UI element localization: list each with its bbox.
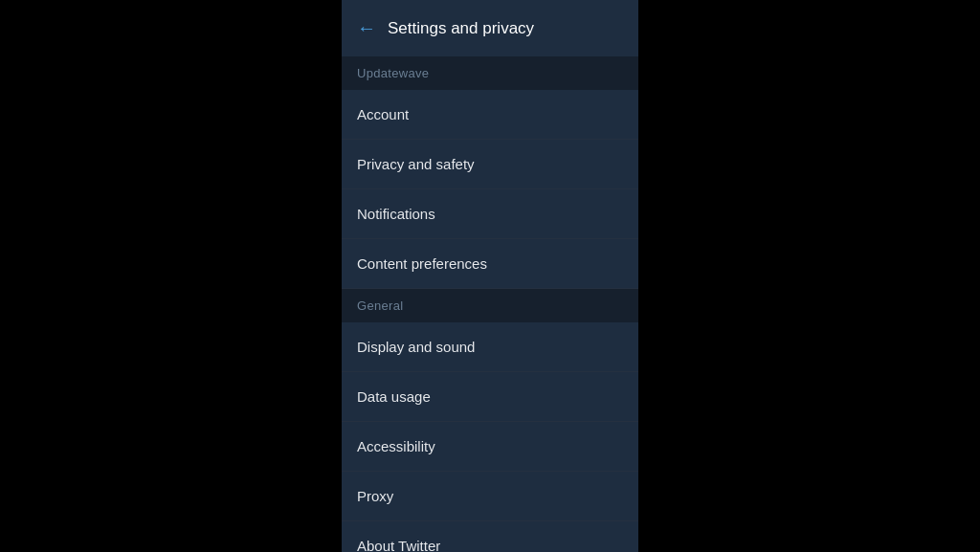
menu-item-privacy-safety-label: Privacy and safety: [357, 156, 475, 172]
menu-item-accessibility-label: Accessibility: [357, 438, 435, 454]
menu-item-content-preferences-label: Content preferences: [357, 255, 487, 272]
menu-item-content-preferences[interactable]: Content preferences: [342, 239, 638, 289]
menu-item-display-sound[interactable]: Display and sound: [342, 322, 638, 372]
menu-item-accessibility[interactable]: Accessibility: [342, 422, 638, 472]
menu-item-about-twitter[interactable]: About Twitter: [342, 521, 638, 552]
menu-item-data-usage-label: Data usage: [357, 388, 431, 405]
menu-item-account-label: Account: [357, 106, 409, 122]
menu-item-about-twitter-label: About Twitter: [357, 538, 440, 552]
menu-item-privacy-safety[interactable]: Privacy and safety: [342, 140, 638, 189]
page-title: Settings and privacy: [388, 19, 534, 38]
menu-item-proxy-label: Proxy: [357, 488, 393, 504]
menu-item-notifications-label: Notifications: [357, 206, 435, 222]
menu-item-data-usage[interactable]: Data usage: [342, 372, 638, 422]
menu-item-display-sound-label: Display and sound: [357, 339, 475, 355]
settings-header: ← Settings and privacy: [342, 0, 638, 56]
back-button[interactable]: ←: [357, 17, 376, 39]
section-header-general: General: [342, 289, 638, 322]
section-header-updatewave: Updatewave: [342, 56, 638, 90]
phone-screen: ← Settings and privacy Updatewave Accoun…: [342, 0, 638, 552]
menu-item-notifications[interactable]: Notifications: [342, 189, 638, 239]
menu-item-proxy[interactable]: Proxy: [342, 472, 638, 521]
menu-item-account[interactable]: Account: [342, 90, 638, 140]
